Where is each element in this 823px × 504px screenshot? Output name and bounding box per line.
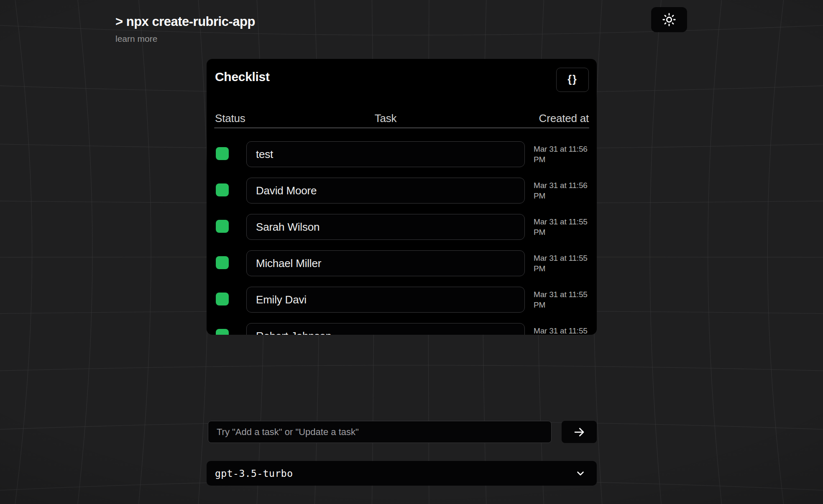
task-text: Robert Johnson — [247, 323, 524, 335]
task-input[interactable]: Michael Miller — [246, 250, 525, 276]
status-checkbox[interactable] — [216, 147, 229, 160]
task-input[interactable]: Sarah Wilson — [246, 214, 525, 240]
theme-toggle-button[interactable] — [651, 7, 687, 32]
task-row: Sarah Wilson Mar 31 at 11:55 PM — [207, 214, 597, 240]
task-row: Emily Davi Mar 31 at 11:55 PM — [207, 287, 597, 313]
task-text: Sarah Wilson — [247, 214, 524, 239]
task-row: Michael Miller Mar 31 at 11:55 PM — [207, 250, 597, 276]
arrow-right-icon — [573, 426, 585, 438]
task-text: Emily Davi — [247, 287, 524, 312]
created-at: Mar 31 at 11:56 PM — [534, 180, 593, 201]
task-text: David Moore — [247, 178, 524, 203]
braces-icon: {} — [567, 73, 577, 85]
sun-icon — [662, 13, 676, 27]
task-input[interactable]: Robert Johnson — [246, 323, 525, 335]
status-checkbox[interactable] — [216, 220, 229, 233]
page-header: > npx create-rubric-app learn more — [115, 14, 255, 44]
column-header-created: Created at — [539, 112, 589, 125]
submit-button[interactable] — [562, 421, 597, 443]
task-text: test — [247, 142, 524, 167]
chevron-down-icon — [575, 468, 586, 479]
task-list: test Mar 31 at 11:56 PM David Moore Mar … — [207, 141, 597, 335]
app-background: > npx create-rubric-app learn more Check… — [0, 0, 823, 504]
task-row: test Mar 31 at 11:56 PM — [207, 141, 597, 167]
created-at: Mar 31 at 11:55 PM — [534, 289, 593, 310]
status-checkbox[interactable] — [216, 329, 229, 335]
learn-more-link[interactable]: learn more — [115, 34, 157, 44]
task-input[interactable]: David Moore — [246, 178, 525, 204]
model-select[interactable]: gpt-3.5-turbo — [207, 461, 597, 486]
checklist-title: Checklist — [215, 70, 270, 84]
task-row: Robert Johnson Mar 31 at 11:55 PM — [207, 323, 597, 335]
code-view-button[interactable]: {} — [556, 68, 589, 92]
status-checkbox[interactable] — [216, 293, 229, 305]
page-title: > npx create-rubric-app — [115, 14, 255, 29]
created-at: Mar 31 at 11:55 PM — [534, 326, 593, 335]
checklist-panel: Checklist {} Status Task Created at test… — [207, 59, 597, 335]
task-row: David Moore Mar 31 at 11:56 PM — [207, 178, 597, 204]
task-input[interactable]: test — [246, 141, 525, 167]
created-at: Mar 31 at 11:55 PM — [534, 253, 593, 274]
header-divider — [214, 127, 589, 128]
created-at: Mar 31 at 11:55 PM — [534, 216, 593, 237]
task-input[interactable]: Emily Davi — [246, 287, 525, 313]
model-value: gpt-3.5-turbo — [215, 468, 293, 479]
status-checkbox[interactable] — [216, 183, 229, 196]
created-at: Mar 31 at 11:56 PM — [534, 144, 593, 165]
column-header-status: Status — [215, 112, 245, 125]
task-command-input[interactable] — [208, 421, 552, 443]
status-checkbox[interactable] — [216, 256, 229, 269]
column-header-task: Task — [246, 112, 525, 125]
task-text: Michael Miller — [247, 251, 524, 276]
